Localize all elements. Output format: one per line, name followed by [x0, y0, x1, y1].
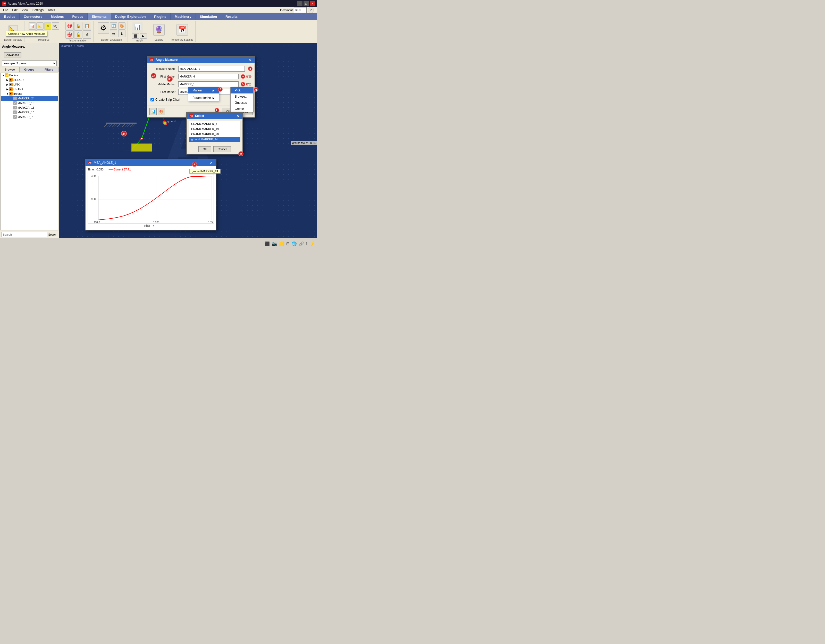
select-title-text: Select	[195, 114, 204, 118]
instrumentation-icon-4[interactable]: 🎯	[65, 30, 74, 39]
measure-icon-2[interactable]: 📐	[36, 22, 43, 29]
measure-icon-1[interactable]: 📊	[29, 22, 36, 29]
measure-icon-func[interactable]: f(t)	[52, 22, 59, 29]
status-icon-6[interactable]: 🔗	[299, 241, 304, 246]
design-eval-sub4[interactable]: ⬇	[118, 30, 125, 37]
tree-marker-18[interactable]: ↗ MARKER_18	[1, 101, 58, 105]
select-item-crank-marker4[interactable]: CRANK.MARKER_4	[189, 121, 240, 126]
tree-slider[interactable]: ▶ ■ SLIDER	[1, 77, 58, 82]
chart-close-button[interactable]: ✕	[209, 161, 214, 165]
design-eval-sub3[interactable]: 🎨	[118, 22, 125, 29]
instrumentation-icon-2[interactable]: 🔒	[74, 22, 82, 30]
tab-forces[interactable]: Forces	[68, 13, 88, 20]
design-eval-sub2[interactable]: ➡	[110, 30, 117, 37]
instrumentation-icon-1[interactable]: 🎯	[65, 22, 74, 30]
select-ok-button[interactable]: OK	[198, 146, 211, 152]
sub-menu-create[interactable]: Create	[230, 106, 253, 112]
select-item-crank-marker20[interactable]: CRANK.MARKER_20	[189, 132, 240, 137]
status-icon-1[interactable]: ⬛	[264, 241, 270, 246]
instrumentation-label: Instrumentation	[69, 39, 87, 42]
insight-icon-2[interactable]: ⬛	[132, 34, 139, 39]
context-menu-parameterize[interactable]: Parameterize ▶	[188, 95, 219, 101]
explore-icon[interactable]: 🔮	[153, 24, 165, 35]
guesses-label: Guesses	[235, 101, 247, 105]
menu-file[interactable]: File	[1, 8, 10, 12]
ribbon-group-explore: 🔮 Explore	[151, 21, 167, 42]
menu-settings[interactable]: Settings	[30, 8, 46, 12]
tab-filters[interactable]: Filters	[39, 67, 59, 72]
select-item-ground-marker24[interactable]: ground.MARKER_24	[189, 137, 240, 142]
maximize-button[interactable]: □	[303, 1, 309, 6]
select-cancel-button[interactable]: Cancel	[213, 146, 231, 152]
insight-icon-1[interactable]: 📊	[132, 22, 143, 33]
first-marker-input[interactable]	[178, 74, 239, 79]
context-menu-marker[interactable]: Marker ▶	[188, 87, 219, 94]
advanced-button[interactable]: Advanced	[4, 52, 22, 57]
middle-marker-input[interactable]	[178, 82, 239, 87]
select-footer: OK Cancel	[187, 144, 243, 154]
context-marker-label: Marker	[193, 89, 202, 92]
strip-chart-checkbox[interactable]	[150, 98, 154, 102]
tree-crank[interactable]: ▶ ■ CRANK	[1, 87, 58, 91]
tab-simulation[interactable]: Simulation	[196, 13, 221, 20]
sub-menu-pick[interactable]: Pick	[230, 87, 253, 94]
tree-marker-16[interactable]: ↗ MARKER_16	[1, 105, 58, 110]
tree-bodies-folder[interactable]: ▼ 📁 Bodies	[1, 73, 58, 77]
design-eval-icon[interactable]: ⚙	[98, 22, 109, 34]
instrumentation-icon-5[interactable]: 🔓	[74, 30, 82, 39]
menu-view[interactable]: View	[20, 8, 30, 12]
instrumentation-icon-6[interactable]: 🖥	[83, 30, 91, 39]
close-button[interactable]: ✕	[310, 1, 315, 6]
tab-bodies[interactable]: Bodies	[0, 13, 20, 20]
status-icon-4[interactable]: ⊞	[286, 241, 290, 246]
tab-design-exploration[interactable]: Design Exploration	[111, 13, 150, 20]
dialog-close-button[interactable]: ✕	[247, 58, 252, 62]
search-input[interactable]	[2, 232, 47, 237]
tab-motions[interactable]: Motions	[47, 13, 68, 20]
footer-icon-1[interactable]: 📊	[150, 108, 157, 115]
increment-input[interactable]	[294, 7, 307, 13]
temporary-settings-icon[interactable]: 📅	[176, 24, 188, 35]
tree-marker-10[interactable]: ↗ MARKER_10	[1, 110, 58, 115]
canvas-area[interactable]: example_3_press A	[59, 43, 317, 238]
status-icon-5[interactable]: 🌐	[292, 241, 297, 246]
sub-menu-browse[interactable]: Browse..	[230, 94, 253, 100]
svg-text:0: 0	[94, 220, 96, 223]
menu-edit[interactable]: Edit	[10, 8, 20, 12]
status-icon-2[interactable]: 📷	[272, 241, 277, 246]
help-button[interactable]: ?	[307, 7, 314, 13]
tree-ground[interactable]: ▼ ■ ground	[1, 91, 58, 96]
menu-tools[interactable]: Tools	[46, 8, 57, 12]
status-icon-8[interactable]: ⚡	[310, 241, 315, 246]
tab-connectors[interactable]: Connectors	[20, 13, 46, 20]
tab-groups[interactable]: Groups	[20, 67, 39, 72]
sub-menu-guesses[interactable]: Guesses	[230, 100, 253, 106]
measure-name-input[interactable]	[178, 66, 245, 72]
annot-k: k	[215, 108, 219, 112]
pick-label: Pick	[235, 89, 241, 92]
tree-marker-24[interactable]: ↗ MARKER_24	[1, 96, 58, 101]
tab-machinery[interactable]: Machinery	[171, 13, 196, 20]
chart-x-axis-label: 时间（s）	[88, 224, 214, 228]
select-item-crank-marker19[interactable]: CRANK.MARKER_19	[189, 126, 240, 132]
model-select[interactable]: .example_3_press	[2, 60, 57, 66]
tree-link[interactable]: ▶ ■ LINK	[1, 82, 58, 87]
tab-plugins[interactable]: Plugins	[150, 13, 171, 20]
tab-results[interactable]: Results	[221, 13, 242, 20]
search-bar: Search	[0, 231, 59, 238]
tree-marker-7[interactable]: ↗ MARKER_7	[1, 115, 58, 119]
title-bar-controls[interactable]: ─ □ ✕	[297, 1, 315, 6]
tab-elements[interactable]: Elements	[88, 13, 111, 20]
instrumentation-icon-3[interactable]: 📋	[83, 22, 91, 30]
status-icon-3[interactable]: 🟨	[279, 241, 284, 246]
insight-icon-3[interactable]: ▶	[140, 34, 147, 39]
select-close-button[interactable]: ✕	[235, 114, 240, 118]
annot-1e: 1e	[241, 74, 245, 79]
design-eval-sub1[interactable]: 🔄	[110, 22, 117, 29]
measure-icon-angle[interactable]: ✕	[44, 22, 51, 29]
marker10-icon: ↗	[13, 111, 17, 114]
minimize-button[interactable]: ─	[297, 1, 303, 6]
footer-icon-2[interactable]: 🎨	[158, 108, 165, 115]
status-icon-7[interactable]: ℹ	[306, 241, 307, 246]
tab-browse[interactable]: Browse	[0, 67, 20, 72]
